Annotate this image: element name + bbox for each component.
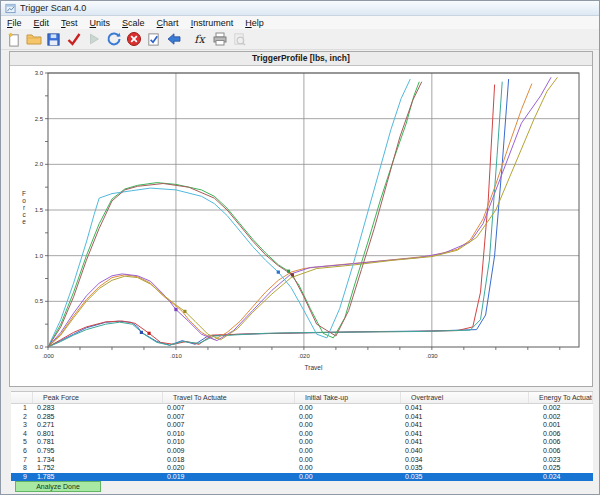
cell: 0.041 — [401, 413, 529, 422]
table-row[interactable]: 40.8010.0100.000.0410.006 — [11, 430, 593, 439]
x-tick-label: .020 — [298, 353, 310, 359]
y-tick-label: 3.0 — [35, 70, 44, 76]
row-number: 2 — [11, 413, 33, 422]
cell: 0.035 — [401, 473, 529, 482]
actuation-marker — [291, 273, 294, 276]
menu-item-scale[interactable]: Scale — [116, 18, 151, 28]
column-header-energy-to-actuate[interactable]: Energy To Actuate — [529, 392, 593, 403]
menu-item-instrument[interactable]: Instrument — [185, 18, 240, 28]
back-button[interactable] — [164, 30, 183, 48]
x-tick-label: .010 — [170, 353, 182, 359]
chart-title: TriggerProfile [lbs, inch] — [10, 52, 592, 66]
menu-item-units[interactable]: Units — [84, 18, 117, 28]
row-number: 5 — [11, 438, 33, 447]
actuation-marker — [147, 332, 150, 335]
cell: 0.795 — [33, 447, 163, 456]
save-button[interactable] — [44, 30, 63, 48]
cell: 0.00 — [295, 404, 401, 413]
table-row[interactable]: 30.2710.0070.000.0410.001 — [11, 421, 593, 430]
new-file-button[interactable] — [4, 30, 23, 48]
series-run-6-olive — [48, 78, 557, 347]
table-header: Peak ForceTravel To ActuateInitial Take-… — [11, 392, 593, 404]
table-row[interactable]: 10.2830.0070.000.0410.002 — [11, 404, 593, 413]
cell: 0.00 — [295, 447, 401, 456]
table-row[interactable]: 71.7340.0180.000.0340.023 — [11, 456, 593, 465]
toolbar: fx — [1, 29, 599, 50]
menu-item-test[interactable]: Test — [55, 18, 84, 28]
cell: 0.00 — [295, 421, 401, 430]
series-run-2-red — [48, 85, 495, 347]
results-table-body: 10.2830.0070.000.0410.00220.2850.0070.00… — [11, 404, 593, 481]
cell: 0.271 — [33, 421, 163, 430]
menu-bar: FileEditTestUnitsScaleChartInstrumentHel… — [1, 16, 599, 29]
refresh-icon — [106, 31, 122, 47]
cell: 0.801 — [33, 430, 163, 439]
cell: 0.023 — [529, 456, 593, 465]
cell: 0.034 — [401, 456, 529, 465]
cell: 0.00 — [295, 464, 401, 473]
y-tick-label: 2.0 — [35, 161, 44, 167]
cell: 0.025 — [529, 464, 593, 473]
cell: 1.752 — [33, 464, 163, 473]
y-axis-title: Force — [22, 190, 26, 225]
cell: 0.007 — [163, 413, 295, 422]
cell: 0.285 — [33, 413, 163, 422]
column-header-initial-take-up[interactable]: Initial Take-up — [295, 392, 401, 403]
column-header-overtravel[interactable]: Overtravel — [401, 392, 529, 403]
app-icon — [5, 3, 16, 14]
cell: 0.00 — [295, 438, 401, 447]
print-icon — [212, 31, 228, 47]
column-header-rownum[interactable] — [11, 392, 33, 403]
title-bar[interactable]: Trigger Scan 4.0 — [1, 1, 599, 16]
row-number: 6 — [11, 447, 33, 456]
app-window: Trigger Scan 4.0 FileEditTestUnitsScaleC… — [0, 0, 600, 495]
series-run-5-violet — [48, 78, 551, 347]
x-tick-label: .000 — [42, 353, 54, 359]
table-row[interactable]: 50.7810.0100.000.0410.006 — [11, 438, 593, 447]
cell: 0.041 — [401, 438, 529, 447]
preview-button[interactable] — [230, 30, 249, 48]
y-tick-label: 1.0 — [35, 253, 44, 259]
column-header-travel-to-actuate[interactable]: Travel To Actuate — [163, 392, 295, 403]
cell: 0.041 — [401, 430, 529, 439]
row-number: 4 — [11, 430, 33, 439]
cell: 0.020 — [163, 464, 295, 473]
series-run-8-cyan — [48, 79, 410, 347]
series-run-3-teal — [48, 82, 502, 347]
cell: 0.00 — [295, 413, 401, 422]
actuation-marker — [277, 271, 280, 274]
cell: 0.018 — [163, 456, 295, 465]
cell: 0.283 — [33, 404, 163, 413]
actuation-marker — [183, 310, 186, 313]
check-button[interactable] — [64, 30, 83, 48]
cell: 0.00 — [295, 430, 401, 439]
play-button[interactable] — [84, 30, 103, 48]
open-button[interactable] — [24, 30, 43, 48]
cell: 0.002 — [529, 404, 593, 413]
column-header-peak-force[interactable]: Peak Force — [33, 392, 163, 403]
results-table: Peak ForceTravel To ActuateInitial Take-… — [11, 391, 593, 481]
table-row[interactable]: 81.7520.0200.000.0350.025 — [11, 464, 593, 473]
verify-button[interactable] — [144, 30, 163, 48]
menu-item-edit[interactable]: Edit — [28, 18, 56, 28]
cell: 0.00 — [295, 473, 401, 482]
cell: 0.010 — [163, 430, 295, 439]
menu-item-help[interactable]: Help — [239, 18, 270, 28]
analyze-status-badge: Analyze Done — [15, 481, 101, 492]
stop-button[interactable] — [124, 30, 143, 48]
cell: 0.006 — [529, 447, 593, 456]
row-number: 3 — [11, 421, 33, 430]
window-title: Trigger Scan 4.0 — [20, 3, 86, 13]
y-tick-label: 1.5 — [35, 207, 44, 213]
play-icon — [87, 32, 101, 46]
table-row[interactable]: 20.2850.0070.000.0410.002 — [11, 413, 593, 422]
print-button[interactable] — [210, 30, 229, 48]
table-row[interactable]: 60.7950.0090.000.0400.006 — [11, 447, 593, 456]
fx-button[interactable]: fx — [190, 30, 209, 48]
series-run-1-blue — [48, 79, 509, 347]
refresh-button[interactable] — [104, 30, 123, 48]
menu-item-chart[interactable]: Chart — [151, 18, 185, 28]
menu-item-file[interactable]: File — [1, 18, 28, 28]
row-number: 7 — [11, 456, 33, 465]
verify-icon — [146, 32, 161, 47]
